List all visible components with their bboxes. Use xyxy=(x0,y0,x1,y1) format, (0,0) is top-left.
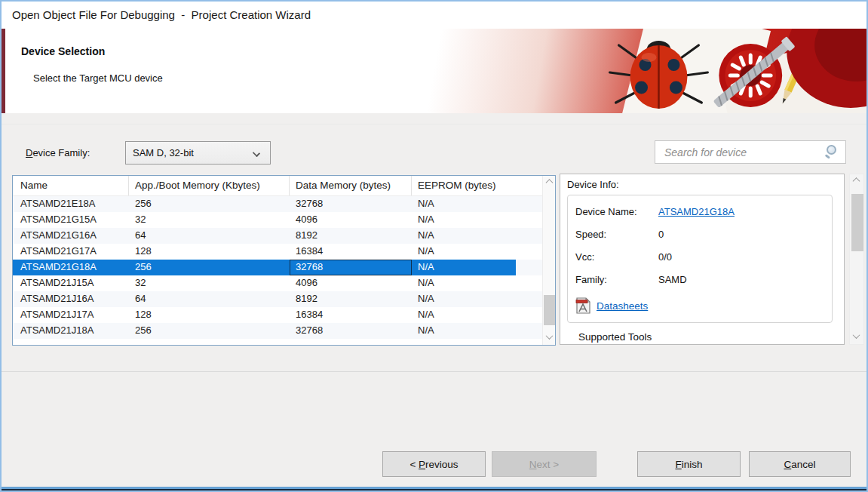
device-name-link[interactable]: ATSAMD21G18A xyxy=(658,206,735,217)
info-scrollbar-thumb[interactable] xyxy=(851,194,863,251)
device-family-label: Device Family: xyxy=(26,147,90,158)
table-cell[interactable]: ATSAMD21G17A xyxy=(13,244,129,260)
info-field-value: 0/0 xyxy=(658,251,672,263)
table-row[interactable]: ATSAMD21G17A12816384N/A xyxy=(13,244,542,260)
datasheets-row: Datasheets xyxy=(575,297,648,315)
pdf-icon xyxy=(575,297,590,314)
table-cell[interactable]: 128 xyxy=(129,244,290,260)
table-cell[interactable]: 8192 xyxy=(290,291,412,307)
table-scrollbar-thumb[interactable] xyxy=(544,295,555,325)
table-cell[interactable]: 256 xyxy=(129,196,290,212)
table-cell[interactable]: N/A xyxy=(412,275,516,291)
table-row[interactable]: ATSAMD21G16A648192N/A xyxy=(13,228,542,244)
info-scrollbar[interactable] xyxy=(849,174,864,345)
table-cell[interactable]: ATSAMD21G18A xyxy=(13,260,129,275)
table-cell[interactable]: N/A xyxy=(412,212,516,228)
table-cell[interactable]: 8192 xyxy=(290,228,412,244)
magnifier-icon[interactable] xyxy=(823,143,842,162)
banner-left-strip xyxy=(2,29,5,113)
wizard-dialog: Open Object File For Debugging - Project… xyxy=(0,0,868,492)
table-cell[interactable]: 32768 xyxy=(290,260,412,275)
table-cell[interactable]: ATSAMD21E18A xyxy=(13,196,129,212)
table-row[interactable]: ATSAMD21G15A324096N/A xyxy=(13,212,542,228)
supported-tools-label: Supported Tools xyxy=(578,331,652,343)
info-field: Family:SAMD xyxy=(560,271,844,294)
table-cell[interactable]: ATSAMD21J16A xyxy=(13,291,129,307)
table-row[interactable]: ATSAMD21J16A648192N/A xyxy=(13,291,542,307)
info-field-label: Speed: xyxy=(575,229,606,240)
table-cell[interactable]: 64 xyxy=(129,228,290,244)
table-cell[interactable]: 32768 xyxy=(290,196,412,212)
info-field-label: Family: xyxy=(575,274,607,285)
table-row[interactable]: ATSAMD21J15A324096N/A xyxy=(13,275,542,291)
scroll-down-icon[interactable] xyxy=(850,330,863,343)
table-cell[interactable]: N/A xyxy=(412,244,516,260)
page-title: Device Selection xyxy=(21,45,105,57)
table-cell[interactable]: ATSAMD21G15A xyxy=(13,212,129,228)
column-header-appboot[interactable]: App./Boot Memory (Kbytes) xyxy=(129,176,290,195)
table-row-filler xyxy=(516,244,542,260)
table-cell[interactable]: 256 xyxy=(129,260,290,275)
device-family-value: SAM D, 32-bit xyxy=(133,147,194,158)
table-cell[interactable]: N/A xyxy=(412,196,516,212)
column-header-eeprom[interactable]: EEPROM (bytes) xyxy=(412,176,516,195)
table-header-row: Name App./Boot Memory (Kbytes) Data Memo… xyxy=(13,176,542,196)
info-field: Device Name:ATSAMD21G18A xyxy=(560,203,844,226)
column-header-name[interactable]: Name xyxy=(13,176,129,195)
table-row-filler xyxy=(516,260,542,275)
table-cell[interactable]: ATSAMD21J17A xyxy=(13,307,129,323)
window-bottom-shadow xyxy=(2,489,866,490)
device-table-main: Name App./Boot Memory (Kbytes) Data Memo… xyxy=(13,176,542,345)
info-field: Speed:0 xyxy=(560,226,844,248)
table-row-filler xyxy=(516,212,542,228)
table-cell[interactable]: 16384 xyxy=(290,244,412,260)
table-cell[interactable]: 4096 xyxy=(290,212,412,228)
page-subtitle: Select the Target MCU device xyxy=(33,72,163,84)
table-cell[interactable]: ATSAMD21G16A xyxy=(13,228,129,244)
table-row-filler xyxy=(516,323,542,339)
table-cell[interactable]: 128 xyxy=(129,307,290,323)
table-cell[interactable]: 32768 xyxy=(290,323,412,339)
table-cell[interactable]: N/A xyxy=(412,323,516,339)
table-cell[interactable]: 32 xyxy=(129,212,290,228)
table-cell[interactable]: N/A xyxy=(412,260,516,275)
table-cell[interactable]: N/A xyxy=(412,307,516,323)
table-row[interactable]: ATSAMD21J18A25632768N/A xyxy=(13,323,542,339)
info-field-value: 0 xyxy=(658,229,664,240)
table-cell[interactable]: 64 xyxy=(129,291,290,307)
table-row[interactable]: ATSAMD21J17A12816384N/A xyxy=(13,307,542,323)
table-row-filler xyxy=(516,275,542,291)
table-row[interactable]: ATSAMD21G18A25632768N/A xyxy=(13,260,542,275)
finish-button[interactable]: Finish xyxy=(637,451,741,477)
previous-button[interactable]: < Previous xyxy=(382,451,486,477)
cancel-button[interactable]: Cancel xyxy=(749,451,851,477)
table-scrollbar[interactable] xyxy=(542,176,555,345)
table-row-filler xyxy=(516,307,542,323)
table-cell[interactable]: 256 xyxy=(129,323,290,339)
window-title: Open Object File For Debugging - Project… xyxy=(12,8,311,21)
device-table-body: ATSAMD21E18A25632768N/AATSAMD21G15A32409… xyxy=(13,196,542,339)
table-cell[interactable]: 4096 xyxy=(290,275,412,291)
info-field-label: Device Name: xyxy=(575,206,637,217)
header-banner: Device Selection Select the Target MCU d… xyxy=(2,29,866,113)
table-cell[interactable]: N/A xyxy=(412,228,516,244)
column-header-datamem[interactable]: Data Memory (bytes) xyxy=(290,176,412,195)
table-cell[interactable]: ATSAMD21J18A xyxy=(13,323,129,339)
device-info-title: Device Info: xyxy=(567,179,619,190)
title-bar: Open Object File For Debugging - Project… xyxy=(2,2,866,29)
scroll-up-icon[interactable] xyxy=(543,177,556,190)
search-input[interactable] xyxy=(655,146,823,158)
next-button[interactable]: Next > xyxy=(492,451,597,477)
device-family-dropdown[interactable]: SAM D, 32-bit xyxy=(125,141,271,165)
datasheets-link[interactable]: Datasheets xyxy=(597,300,648,312)
device-search-box[interactable] xyxy=(655,140,846,164)
table-cell[interactable]: 16384 xyxy=(290,307,412,323)
table-cell[interactable]: N/A xyxy=(412,291,516,307)
table-cell[interactable]: ATSAMD21J15A xyxy=(13,275,129,291)
info-field: Vcc:0/0 xyxy=(560,248,844,271)
table-row[interactable]: ATSAMD21E18A25632768N/A xyxy=(13,196,542,212)
table-row-filler xyxy=(516,228,542,244)
table-cell[interactable]: 32 xyxy=(129,275,290,291)
scroll-up-icon[interactable] xyxy=(850,176,863,189)
scroll-down-icon[interactable] xyxy=(543,331,556,343)
